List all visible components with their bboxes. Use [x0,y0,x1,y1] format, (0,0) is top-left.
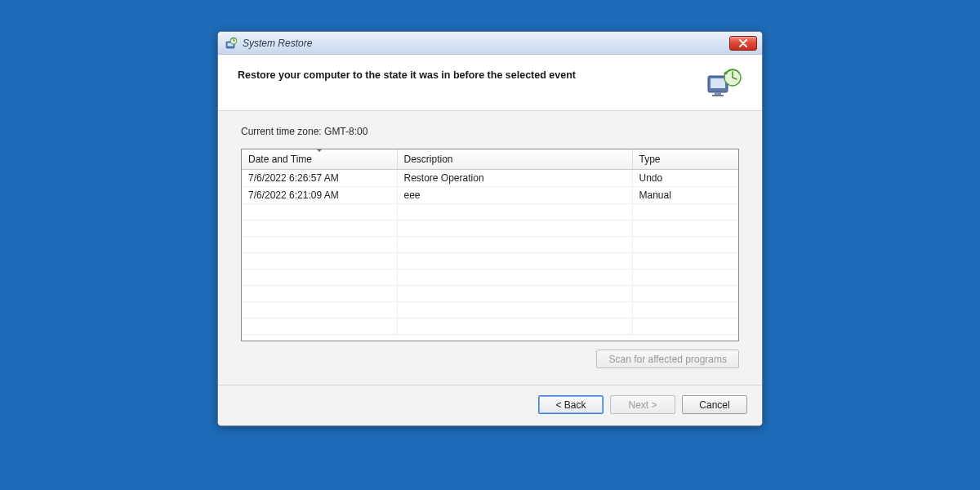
cell-description [397,318,632,335]
cell-description [397,302,632,318]
table-row [242,302,738,318]
cell-type [632,237,738,253]
cell-type [632,204,738,220]
cell-type [632,270,738,286]
svg-rect-4 [710,78,725,88]
svg-rect-5 [715,92,721,95]
next-button[interactable]: Next > [610,395,675,414]
cell-date [242,270,397,286]
column-type[interactable]: Type [632,149,738,170]
restore-wizard-icon [705,68,742,100]
system-restore-window: System Restore Restore your computer to … [217,31,763,426]
table-row [242,204,738,220]
cell-description [397,237,632,253]
restore-points-table[interactable]: Date and Time Description Type 7/6/2022 … [241,149,739,341]
cell-date [242,302,397,318]
cell-description [397,253,632,270]
cancel-button[interactable]: Cancel [682,395,747,414]
table-row[interactable]: 7/6/2022 6:26:57 AMRestore OperationUndo [242,170,738,187]
table-row[interactable]: 7/6/2022 6:21:09 AMeeeManual [242,187,738,204]
table-row [242,220,738,237]
scan-affected-programs-button[interactable]: Scan for affected programs [596,350,739,368]
svg-rect-6 [712,95,724,96]
cell-type [632,302,738,318]
column-label: Date and Time [248,154,312,165]
table-row [242,237,738,253]
table-row [242,270,738,286]
cell-type [632,253,738,270]
cell-date [242,286,397,302]
wizard-footer: < Back Next > Cancel [218,385,762,425]
cell-date [242,204,397,220]
cell-date: 7/6/2022 6:21:09 AM [242,187,397,204]
cell-date [242,220,397,237]
cell-type: Undo [632,170,738,187]
cell-type [632,220,738,237]
cell-description [397,204,632,220]
cell-type [632,318,738,335]
titlebar[interactable]: System Restore [218,32,762,55]
wizard-header: Restore your computer to the state it wa… [218,55,762,111]
table-row [242,286,738,302]
cell-description: Restore Operation [397,170,632,187]
cell-date [242,237,397,253]
system-restore-icon [225,37,238,50]
cell-description [397,286,632,302]
table-row [242,253,738,270]
window-title: System Restore [243,38,729,49]
page-heading: Restore your computer to the state it wa… [238,68,576,81]
table-row [242,318,738,335]
wizard-content: Current time zone: GMT-8:00 Date and Tim… [218,111,762,385]
cell-description: eee [397,187,632,204]
cell-description [397,270,632,286]
cell-type: Manual [632,187,738,204]
cell-type [632,286,738,302]
scan-row: Scan for affected programs [241,341,739,373]
cell-date [242,253,397,270]
timezone-label: Current time zone: GMT-8:00 [241,126,739,137]
cell-date [242,318,397,335]
column-description[interactable]: Description [397,149,632,170]
cell-date: 7/6/2022 6:26:57 AM [242,170,397,187]
cell-description [397,220,632,237]
back-button[interactable]: < Back [538,395,604,414]
close-button[interactable] [729,36,757,51]
column-date-time[interactable]: Date and Time [242,149,397,170]
table-header-row: Date and Time Description Type [242,149,738,170]
sort-descending-icon [316,149,323,152]
